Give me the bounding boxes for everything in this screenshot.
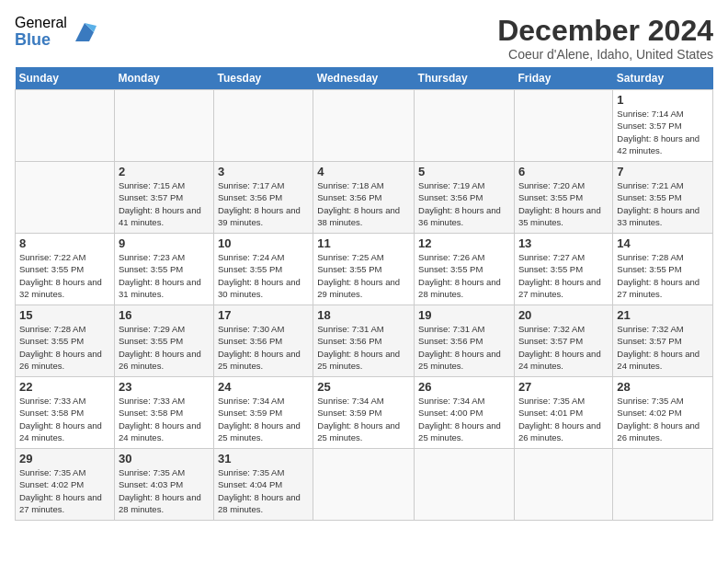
day-info: Sunrise: 7:31 AMSunset: 3:56 PMDaylight:… <box>317 323 410 372</box>
table-row <box>214 90 313 162</box>
day-number: 27 <box>518 380 609 394</box>
table-row <box>313 90 415 162</box>
day-info: Sunrise: 7:23 AMSunset: 3:55 PMDaylight:… <box>119 251 210 300</box>
calendar-week-row: 2Sunrise: 7:15 AMSunset: 3:57 PMDaylight… <box>16 162 713 234</box>
day-number: 5 <box>418 165 510 178</box>
table-row: 30Sunrise: 7:35 AMSunset: 4:03 PMDayligh… <box>114 449 213 521</box>
day-number: 9 <box>119 236 210 250</box>
table-row: 29Sunrise: 7:35 AMSunset: 4:02 PMDayligh… <box>16 449 115 521</box>
header-thursday: Thursday <box>415 67 515 90</box>
day-number: 15 <box>19 308 110 322</box>
table-row: 9Sunrise: 7:23 AMSunset: 3:55 PMDaylight… <box>114 234 213 305</box>
day-info: Sunrise: 7:34 AMSunset: 3:59 PMDaylight:… <box>317 395 410 443</box>
calendar-body: 1Sunrise: 7:14 AMSunset: 3:57 PMDaylight… <box>16 90 713 521</box>
day-info: Sunrise: 7:35 AMSunset: 4:02 PMDaylight:… <box>19 466 110 515</box>
day-info: Sunrise: 7:28 AMSunset: 3:55 PMDaylight:… <box>617 251 709 300</box>
day-number: 13 <box>518 236 609 250</box>
day-info: Sunrise: 7:28 AMSunset: 3:55 PMDaylight:… <box>19 323 110 372</box>
day-info: Sunrise: 7:20 AMSunset: 3:55 PMDaylight:… <box>518 179 609 228</box>
table-row: 4Sunrise: 7:18 AMSunset: 3:56 PMDaylight… <box>313 162 415 234</box>
day-info: Sunrise: 7:27 AMSunset: 3:55 PMDaylight:… <box>518 251 609 300</box>
day-number: 23 <box>119 380 210 394</box>
table-row: 16Sunrise: 7:29 AMSunset: 3:55 PMDayligh… <box>114 305 213 377</box>
calendar-week-row: 29Sunrise: 7:35 AMSunset: 4:02 PMDayligh… <box>16 449 713 521</box>
table-row: 24Sunrise: 7:34 AMSunset: 3:59 PMDayligh… <box>214 377 313 449</box>
day-number: 12 <box>418 236 510 250</box>
logo-general: General <box>15 15 67 31</box>
table-row <box>16 90 115 162</box>
day-number: 14 <box>617 236 709 250</box>
day-number: 21 <box>617 308 709 322</box>
table-row: 27Sunrise: 7:35 AMSunset: 4:01 PMDayligh… <box>514 377 612 449</box>
table-row: 15Sunrise: 7:28 AMSunset: 3:55 PMDayligh… <box>16 305 115 377</box>
day-number: 3 <box>218 165 309 178</box>
table-row <box>16 162 115 234</box>
title-section: December 2024 Coeur d'Alene, Idaho, Unit… <box>497 15 713 62</box>
calendar-week-row: 8Sunrise: 7:22 AMSunset: 3:55 PMDaylight… <box>16 234 713 305</box>
table-row: 22Sunrise: 7:33 AMSunset: 3:58 PMDayligh… <box>16 377 115 449</box>
day-number: 8 <box>19 236 110 250</box>
page-container: General Blue December 2024 Coeur d'Alene… <box>0 0 728 528</box>
table-row: 31Sunrise: 7:35 AMSunset: 4:04 PMDayligh… <box>214 449 313 521</box>
table-row: 2Sunrise: 7:15 AMSunset: 3:57 PMDaylight… <box>114 162 213 234</box>
header-monday: Monday <box>114 67 213 90</box>
day-number: 7 <box>617 165 709 178</box>
day-number: 10 <box>218 236 309 250</box>
day-info: Sunrise: 7:19 AMSunset: 3:56 PMDaylight:… <box>418 179 510 228</box>
table-row <box>514 90 612 162</box>
weekday-header-row: Sunday Monday Tuesday Wednesday Thursday… <box>16 67 713 90</box>
logo-icon <box>71 18 98 46</box>
table-row: 12Sunrise: 7:26 AMSunset: 3:55 PMDayligh… <box>415 234 515 305</box>
table-row <box>114 90 213 162</box>
header-friday: Friday <box>514 67 612 90</box>
header-tuesday: Tuesday <box>214 67 313 90</box>
day-number: 4 <box>317 165 410 178</box>
table-row <box>313 449 415 521</box>
table-row: 11Sunrise: 7:25 AMSunset: 3:55 PMDayligh… <box>313 234 415 305</box>
table-row: 14Sunrise: 7:28 AMSunset: 3:55 PMDayligh… <box>613 234 713 305</box>
day-number: 19 <box>418 308 510 322</box>
table-row: 23Sunrise: 7:33 AMSunset: 3:58 PMDayligh… <box>114 377 213 449</box>
table-row: 10Sunrise: 7:24 AMSunset: 3:55 PMDayligh… <box>214 234 313 305</box>
day-info: Sunrise: 7:21 AMSunset: 3:55 PMDaylight:… <box>617 179 709 228</box>
day-info: Sunrise: 7:32 AMSunset: 3:57 PMDaylight:… <box>518 323 609 372</box>
day-info: Sunrise: 7:34 AMSunset: 4:00 PMDaylight:… <box>418 395 510 443</box>
day-info: Sunrise: 7:24 AMSunset: 3:55 PMDaylight:… <box>218 251 309 300</box>
logo-blue: Blue <box>15 31 67 50</box>
day-number: 11 <box>317 236 410 250</box>
table-row: 6Sunrise: 7:20 AMSunset: 3:55 PMDaylight… <box>514 162 612 234</box>
day-number: 26 <box>418 380 510 394</box>
table-row: 20Sunrise: 7:32 AMSunset: 3:57 PMDayligh… <box>514 305 612 377</box>
day-info: Sunrise: 7:22 AMSunset: 3:55 PMDaylight:… <box>19 251 110 300</box>
header-wednesday: Wednesday <box>313 67 415 90</box>
day-number: 22 <box>19 380 110 394</box>
table-row: 8Sunrise: 7:22 AMSunset: 3:55 PMDaylight… <box>16 234 115 305</box>
logo: General Blue <box>15 15 98 49</box>
table-row <box>415 90 515 162</box>
table-row: 3Sunrise: 7:17 AMSunset: 3:56 PMDaylight… <box>214 162 313 234</box>
day-info: Sunrise: 7:30 AMSunset: 3:56 PMDaylight:… <box>218 323 309 372</box>
header-sunday: Sunday <box>16 67 115 90</box>
day-number: 16 <box>119 308 210 322</box>
location: Coeur d'Alene, Idaho, United States <box>497 47 713 62</box>
day-number: 17 <box>218 308 309 322</box>
day-number: 20 <box>518 308 609 322</box>
day-info: Sunrise: 7:26 AMSunset: 3:55 PMDaylight:… <box>418 251 510 300</box>
table-row: 1Sunrise: 7:14 AMSunset: 3:57 PMDaylight… <box>613 90 713 162</box>
table-row <box>613 449 713 521</box>
day-number: 28 <box>617 380 709 394</box>
table-row <box>415 449 515 521</box>
day-info: Sunrise: 7:35 AMSunset: 4:02 PMDaylight:… <box>617 395 709 443</box>
logo-text: General Blue <box>15 15 67 49</box>
day-info: Sunrise: 7:35 AMSunset: 4:01 PMDaylight:… <box>518 395 609 443</box>
day-number: 25 <box>317 380 410 394</box>
table-row: 21Sunrise: 7:32 AMSunset: 3:57 PMDayligh… <box>613 305 713 377</box>
header: General Blue December 2024 Coeur d'Alene… <box>15 15 713 62</box>
table-row: 19Sunrise: 7:31 AMSunset: 3:56 PMDayligh… <box>415 305 515 377</box>
day-number: 1 <box>617 93 709 107</box>
table-row <box>514 449 612 521</box>
calendar-week-row: 1Sunrise: 7:14 AMSunset: 3:57 PMDaylight… <box>16 90 713 162</box>
table-row: 18Sunrise: 7:31 AMSunset: 3:56 PMDayligh… <box>313 305 415 377</box>
table-row: 13Sunrise: 7:27 AMSunset: 3:55 PMDayligh… <box>514 234 612 305</box>
day-info: Sunrise: 7:32 AMSunset: 3:57 PMDaylight:… <box>617 323 709 372</box>
